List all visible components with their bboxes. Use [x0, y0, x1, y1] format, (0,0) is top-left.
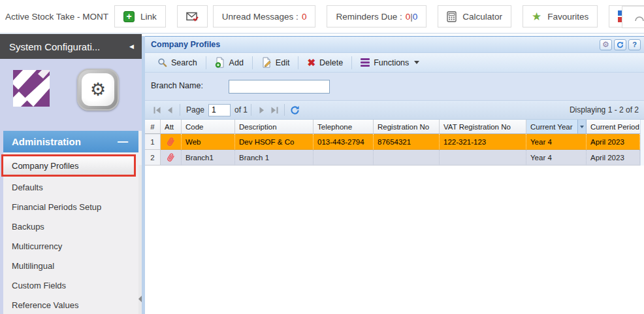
- page-of-label: of 1: [234, 105, 248, 114]
- column-header-num[interactable]: #: [145, 120, 161, 134]
- system-settings-button[interactable]: ⚙: [77, 69, 119, 111]
- company-profiles-grid: # Att Code Description Telephone Registr…: [145, 120, 644, 166]
- sidebar-item-multicurrency[interactable]: Multicurrency: [3, 236, 138, 256]
- table-row-web[interactable]: 1 Web Dev HSOF & Co 013-443-2794 8765432…: [145, 134, 644, 150]
- sidebar-item-reference-values[interactable]: Reference Values: [3, 295, 138, 314]
- sidebar-item-multilingual[interactable]: Multilingual: [3, 256, 138, 275]
- cell-code: Web: [182, 134, 235, 150]
- prev-page-button[interactable]: [163, 103, 176, 116]
- cell-telephone: [314, 150, 374, 166]
- cell-description: Branch 1: [235, 150, 314, 166]
- calculator-button[interactable]: Calculator: [438, 5, 511, 27]
- link-label: Link: [140, 12, 157, 22]
- filter-row: Branch Name:: [145, 73, 644, 101]
- collapse-minus-icon[interactable]: —: [118, 136, 128, 148]
- clipped-toolbar-button[interactable]: [622, 6, 644, 28]
- sidebar-item-label: Multicurrency: [12, 241, 62, 251]
- sidebar-item-label: Reference Values: [12, 300, 78, 310]
- last-page-button[interactable]: [268, 103, 281, 116]
- unread-messages-button[interactable]: Unread Messages : 0: [213, 5, 316, 27]
- add-button[interactable]: Add: [209, 55, 250, 71]
- panel-help-button[interactable]: ?: [628, 39, 641, 50]
- sidebar-item-backups[interactable]: Backups: [3, 217, 138, 236]
- messages-button[interactable]: [177, 5, 208, 27]
- pager-divider: [251, 104, 251, 116]
- reminders-count-red: 0: [406, 12, 411, 22]
- page-input[interactable]: [208, 104, 231, 116]
- sidebar-item-defaults[interactable]: Defaults: [3, 177, 138, 197]
- sidebar-item-label: Financial Periods Setup: [12, 202, 101, 212]
- help-icon: ?: [632, 41, 637, 48]
- sidebar-item-label: Company Profiles: [12, 161, 79, 171]
- column-header-current-period[interactable]: Current Period: [587, 120, 640, 134]
- functions-button[interactable]: Functions: [355, 55, 425, 71]
- clipped-icon: [634, 12, 644, 22]
- panel-toolbar: Search Add Edit ✖ Delete: [145, 53, 644, 73]
- search-button[interactable]: Search: [152, 55, 203, 71]
- grid-header-row: # Att Code Description Telephone Registr…: [145, 120, 644, 134]
- reminders-button[interactable]: Reminders Due : 0|0: [327, 5, 427, 27]
- table-row-branch1[interactable]: 2 Branch1 Branch 1 Year 4 April 2023: [145, 150, 644, 166]
- functions-label: Functions: [374, 58, 409, 67]
- column-header-registration-no[interactable]: Registration No: [374, 120, 440, 134]
- sidebar-header[interactable]: System Configurati... ◀: [0, 34, 142, 59]
- page-label: Page: [186, 105, 204, 114]
- sidebar-item-custom-fields[interactable]: Custom Fields: [3, 275, 138, 295]
- active-document-label: Active Stock Take - MONT: [5, 12, 108, 22]
- cell-vat-registration-no: 122-321-123: [440, 134, 526, 150]
- cell-code: Branch1: [182, 150, 235, 166]
- pagination-bar: Page of 1 Displaying 1 - 2 of 2: [145, 101, 644, 120]
- branch-name-input[interactable]: [229, 80, 330, 94]
- cell-current-year: Year 4: [526, 134, 587, 150]
- panel-title: Company Profiles: [151, 40, 598, 49]
- attachment-cell[interactable]: [161, 134, 182, 150]
- column-header-description[interactable]: Description: [235, 120, 314, 134]
- edit-icon: [261, 57, 272, 68]
- cell-registration-no: 87654321: [374, 134, 440, 150]
- sidebar-item-financial-periods-setup[interactable]: Financial Periods Setup: [3, 197, 138, 217]
- sidebar-item-label: Multilingual: [12, 261, 54, 271]
- grid-refresh-button[interactable]: [288, 103, 301, 116]
- row-number: 2: [145, 150, 161, 166]
- link-button[interactable]: + Link: [114, 5, 166, 27]
- cell-description: Dev HSOF & Co: [235, 134, 314, 150]
- mail-icon: [186, 12, 199, 22]
- column-header-telephone[interactable]: Telephone: [314, 120, 374, 134]
- sidebar-title: System Configurati...: [9, 41, 129, 52]
- sidebar-item-company-profiles[interactable]: Company Profiles: [1, 154, 136, 177]
- sidebar-item-label: Custom Fields: [12, 281, 66, 290]
- calculator-label: Calculator: [462, 12, 502, 22]
- panel-refresh-button[interactable]: [614, 39, 626, 50]
- sidebar-section-administration[interactable]: Administration —: [3, 131, 138, 152]
- add-icon: [215, 57, 225, 68]
- unread-messages-label: Unread Messages :: [222, 12, 298, 22]
- calculator-icon: [447, 11, 457, 22]
- column-header-vat-registration-no[interactable]: VAT Registration No: [440, 120, 526, 134]
- column-header-att[interactable]: Att: [161, 120, 182, 134]
- toolbar-divider: [351, 56, 352, 69]
- first-page-button[interactable]: [150, 103, 163, 116]
- next-page-button[interactable]: [255, 103, 268, 116]
- column-header-code[interactable]: Code: [182, 120, 235, 134]
- cell-current-period: April 2023: [587, 134, 640, 150]
- edit-button[interactable]: Edit: [255, 55, 296, 71]
- pager-divider: [180, 104, 180, 116]
- reminders-count-blue: 0: [413, 12, 418, 22]
- toolbar-divider: [252, 56, 253, 69]
- column-header-current-year[interactable]: Current Year: [526, 120, 587, 134]
- attachment-cell[interactable]: [161, 150, 182, 166]
- top-toolbar: Active Stock Take - MONT + Link Unread M…: [0, 0, 644, 34]
- panel-settings-button[interactable]: ⚙: [600, 39, 612, 50]
- gear-icon: ⚙: [82, 73, 114, 106]
- chevron-down-icon: [414, 61, 419, 64]
- cell-current-year: Year 4: [526, 150, 587, 166]
- reminders-label: Reminders Due :: [336, 12, 402, 22]
- toolbar-divider: [206, 56, 206, 69]
- sidebar-collapse-icon[interactable]: ◀: [129, 43, 134, 50]
- grid-scrollbar-strip[interactable]: [640, 120, 644, 166]
- first-page-icon: [153, 107, 161, 114]
- delete-button[interactable]: ✖ Delete: [301, 55, 349, 71]
- favourites-button[interactable]: ★ Favourites: [523, 5, 598, 27]
- column-menu-button[interactable]: [577, 120, 586, 133]
- branch-name-label: Branch Name:: [151, 81, 203, 90]
